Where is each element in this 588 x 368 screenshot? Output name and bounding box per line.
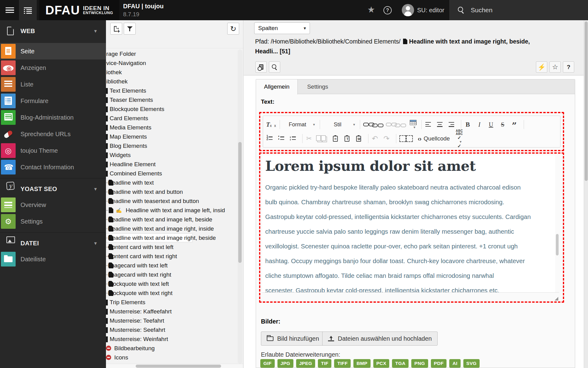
- tree-item-headline-with-text-and-image-left-beside[interactable]: Headline with text and image left, besid…: [106, 215, 238, 224]
- resize-handle[interactable]: [555, 297, 558, 301]
- tree-item-label: Blockquote Elements: [110, 106, 164, 112]
- module-sidebar: WEB ▾ Seite Anzeigen Li: [0, 20, 106, 368]
- avatar[interactable]: [402, 4, 414, 16]
- tree-item-bibliothek-2[interactable]: ibliothek: [106, 77, 238, 86]
- tree-horizontal-scrollbar[interactable]: [106, 364, 243, 368]
- tree-item-bibliothek-1[interactable]: iothek: [106, 68, 238, 77]
- folder-icon: [106, 336, 108, 342]
- tree-item-blockquote-with-text-right[interactable]: Blockquote with text right: [106, 289, 238, 298]
- sidebar-section-web[interactable]: WEB ▾: [0, 24, 106, 38]
- sidebar-item-seite[interactable]: Seite: [0, 43, 106, 59]
- text-field-label: Text:: [261, 98, 274, 105]
- sidebar-item-toujou-theme[interactable]: ◎ toujou Theme: [0, 142, 106, 159]
- tree-item-musterreise-kaffeefahrt[interactable]: Musterreise: Kaffeefahrt: [106, 307, 238, 316]
- tree-item-headline-with-teasertext-and-button[interactable]: Headline with teasertext and button: [106, 197, 238, 206]
- extension-badge: JPG: [277, 359, 293, 368]
- sidebar-section-yoast[interactable]: y YOAST SEO ▾: [0, 181, 106, 197]
- docheader-help-button[interactable]: ?: [563, 61, 574, 73]
- doc-header: Spalten ▾ Pfad: /Home/Bibliothek/Bibliot…: [244, 20, 584, 75]
- module-icon-tile: ☎: [1, 160, 16, 174]
- page-scrollbar[interactable]: [584, 20, 588, 368]
- tree-item-headline-with-text[interactable]: Headline with text: [106, 178, 238, 187]
- rte-scrollbar[interactable]: [555, 155, 559, 292]
- tree-item-musterreise-teefahrt[interactable]: Musterreise: Teefahrt: [106, 316, 238, 325]
- filter-button[interactable]: [124, 23, 136, 35]
- tab-allgemein[interactable]: Allgemein: [256, 79, 298, 94]
- module-icon-tile: [1, 77, 16, 92]
- sidebar-item-settings[interactable]: ⚙ Settings: [0, 213, 106, 230]
- tree-item-bildbearbeitung[interactable]: Bildbearbeitung: [106, 344, 238, 353]
- tree-item-map-elements[interactable]: Map Elements: [106, 132, 238, 141]
- new-page-button[interactable]: [110, 23, 122, 35]
- tree-item-trip-elements[interactable]: Trip Elements: [106, 298, 238, 307]
- tree-item-icons[interactable]: Icons: [106, 353, 238, 362]
- tree-connector: [106, 210, 108, 211]
- sidebar-item-liste[interactable]: Liste: [0, 76, 106, 93]
- bookmark-button[interactable]: ☆: [549, 61, 561, 73]
- tree-item-card-elements[interactable]: Card Elements: [106, 114, 238, 123]
- tree-item-blog-elements[interactable]: Blog Elements: [106, 141, 238, 151]
- sidebar-item-contact-information[interactable]: ☎ Contact Information: [0, 159, 106, 175]
- hamburger-icon: [6, 7, 14, 13]
- tree-item-label: Combined Elements: [110, 170, 162, 177]
- tree-item-label: Musterreise: Weinfahrt: [110, 336, 168, 342]
- bookmark-list-button[interactable]: [19, 0, 37, 20]
- rte-toolbar: T Format: [263, 116, 560, 148]
- upload-files-button[interactable]: Dateien auswählen und hochladen: [322, 332, 438, 346]
- refresh-tree-button[interactable]: ↻: [227, 23, 239, 35]
- tree-item-widgets[interactable]: Widgets: [106, 151, 238, 160]
- tree-item-headline-with-text-and-button[interactable]: Headline with text and button: [106, 187, 238, 197]
- tree-item-label: Icons: [114, 354, 128, 361]
- tree-item-teaser-elements[interactable]: Teaser Elements: [106, 95, 238, 105]
- menu-toggle-button[interactable]: [3, 0, 17, 20]
- page-icon: [109, 207, 113, 213]
- rte-editing-area[interactable]: Lorem ipsum dolor sit amet Organic pickl…: [262, 155, 559, 292]
- tree-item-media-elements[interactable]: Media Elements: [106, 123, 238, 132]
- tree-item-service-navigation[interactable]: vice-Navigation: [106, 59, 238, 68]
- tree-item-headline-element[interactable]: Headline Element: [106, 160, 238, 169]
- add-image-button[interactable]: Bild hinzufügen: [261, 332, 325, 346]
- tree-item-storage-folder[interactable]: rage Folder: [106, 49, 238, 59]
- tree-item-combined-elements[interactable]: Combined Elements: [106, 169, 238, 178]
- tree-item-musterreise-seefahrt[interactable]: Musterreise: Seefahrt: [106, 325, 238, 335]
- tree-item-label: Blockquote with text left: [108, 281, 169, 287]
- tree-item-label: Headline with teasertext and button: [108, 198, 199, 204]
- ordered-list-icon: [266, 136, 273, 141]
- sidebar-item-blog-administration[interactable]: Blog-Administration: [0, 109, 106, 126]
- folder-icon: [106, 97, 108, 103]
- sidebar-section-datei[interactable]: DATEI ▾: [0, 236, 106, 251]
- tree-item-label: Imagecard with text right: [108, 271, 171, 278]
- sidebar-item-overview[interactable]: Overview: [0, 197, 106, 213]
- tree-item-imagecard-with-text-left[interactable]: Imagecard with text left: [106, 261, 238, 270]
- help-icon[interactable]: ?: [383, 6, 392, 14]
- tree-item-blockquote-elements[interactable]: Blockquote Elements: [106, 105, 238, 114]
- cache-button[interactable]: ⚡: [536, 61, 547, 73]
- bold-icon: B: [466, 121, 470, 128]
- page-tree-list: rage Folder vice-Navigation iothek: [106, 49, 238, 364]
- sidebar-item-sprechende-urls[interactable]: Sprechende URLs: [0, 126, 106, 142]
- bookmark-star-icon[interactable]: ★: [365, 0, 377, 20]
- view-webpage-button[interactable]: [269, 61, 280, 73]
- record-history-button[interactable]: [255, 61, 267, 73]
- tree-item-musterreise-weinfahrt[interactable]: Musterreise: Weinfahrt: [106, 335, 238, 344]
- tree-vertical-scrollbar[interactable]: [238, 49, 242, 364]
- tab-settings[interactable]: Settings: [299, 79, 336, 94]
- tree-item-imagecard-with-text-right[interactable]: Imagecard with text right: [106, 270, 238, 279]
- columns-select[interactable]: Spalten ▾: [254, 22, 310, 34]
- tree-item-label: Bildbearbeitung: [114, 345, 155, 351]
- tree-item-headline-with-text-and-image-right-inside[interactable]: Headline with text and image right, insi…: [106, 224, 238, 233]
- tree-item-content-card-with-text-left[interactable]: Content card with text left: [106, 243, 238, 252]
- tree-item-label: Musterreise: Seefahrt: [110, 327, 165, 333]
- tree-item-text-elements[interactable]: Text Elements: [106, 86, 238, 95]
- tree-item-headline-with-text-and-image-left-inside[interactable]: ✍ Headline with text and image left, ins…: [106, 206, 238, 215]
- extension-badge: PNG: [411, 359, 428, 368]
- sidebar-item-dateiliste[interactable]: Dateiliste: [0, 251, 106, 267]
- tree-item-label: vice-Navigation: [106, 60, 146, 66]
- user-label[interactable]: SU: editor: [417, 0, 444, 20]
- sidebar-item-anzeigen[interactable]: Anzeigen: [0, 59, 106, 76]
- tree-item-headline-with-text-and-image-right-beside[interactable]: Headline with text and image right, besi…: [106, 233, 238, 243]
- search-input[interactable]: Suchen: [449, 0, 588, 20]
- sidebar-item-formulare[interactable]: Formulare: [0, 93, 106, 109]
- tree-item-content-card-with-text-right[interactable]: Content card with text right: [106, 252, 238, 261]
- tree-item-blockquote-with-text-left[interactable]: Blockquote with text left: [106, 279, 238, 289]
